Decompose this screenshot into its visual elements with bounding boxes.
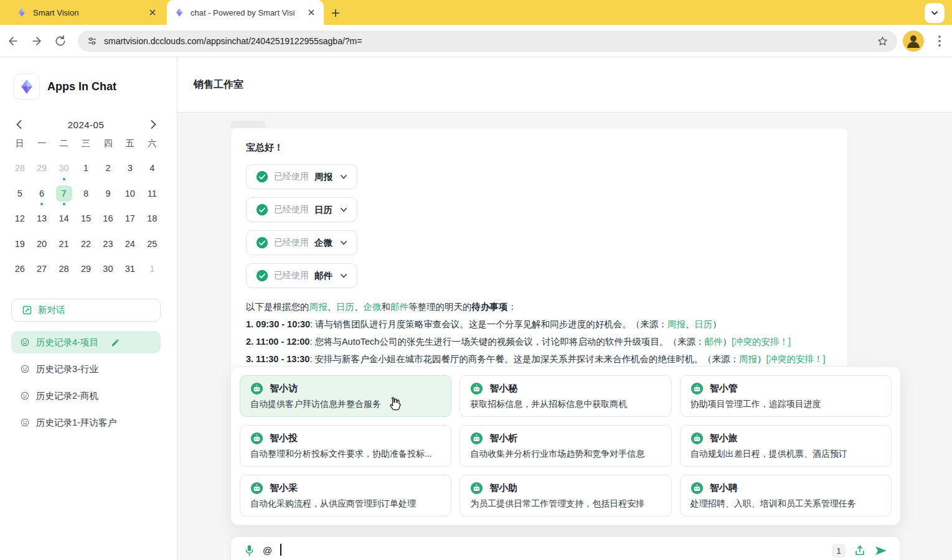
calendar-day[interactable]: 29	[31, 156, 52, 181]
back-button[interactable]	[2, 30, 24, 52]
calendar-day[interactable]: 26	[9, 256, 31, 282]
tab-search-button[interactable]	[925, 3, 945, 23]
chevron-down-icon[interactable]	[340, 206, 347, 213]
calendar-day[interactable]: 1	[141, 256, 163, 282]
new-chat-button[interactable]: 新对话	[11, 299, 161, 322]
tab-smart-vision[interactable]: Smart Vision	[9, 0, 165, 25]
workspace-header: 销售工作室	[177, 57, 952, 113]
agent-card[interactable]: 智小访 自动提供客户拜访信息并整合服务	[240, 375, 451, 417]
calendar-day[interactable]: 4	[141, 156, 163, 181]
agent-card[interactable]: 智小采 自动化采购流程，从供应商管理到订单处理	[240, 475, 451, 516]
history-item[interactable]: 历史记录3-行业	[11, 358, 161, 380]
calendar-day[interactable]: 21	[53, 231, 75, 257]
calendar-day[interactable]: 28	[53, 256, 75, 282]
calendar-day[interactable]: 3	[119, 156, 141, 181]
calendar-day[interactable]: 18	[141, 206, 163, 231]
source-link-wecom[interactable]: 企微	[364, 302, 382, 312]
calendar-day[interactable]: 17	[119, 206, 141, 231]
tab-chat-active[interactable]: chat - Powered by Smart Visi	[167, 0, 324, 25]
calendar-day[interactable]: 15	[75, 206, 97, 231]
conflict-warning-link[interactable]: [冲突的安排！]	[766, 354, 825, 364]
browser-menu-icon[interactable]	[932, 34, 947, 49]
agent-card[interactable]: 智小旅 自动规划出差日程，提供机票、酒店预订	[680, 425, 892, 467]
agent-card[interactable]: 智小析 自动收集并分析行业市场趋势和竞争对手信息	[460, 425, 671, 467]
calendar-day[interactable]: 24	[119, 231, 141, 257]
source-link-calendar[interactable]: 日历	[336, 302, 354, 312]
history-item[interactable]: 历史记录1-拜访客户	[11, 411, 161, 434]
source-link-mail[interactable]: 邮件	[390, 302, 408, 312]
calendar-next-icon[interactable]	[146, 117, 161, 132]
conflict-warning-link[interactable]: [冲突的安排！]	[732, 337, 791, 347]
calendar-day[interactable]: 30	[53, 156, 75, 181]
calendar-day[interactable]: 27	[31, 256, 52, 282]
calendar-day[interactable]: 12	[9, 206, 31, 231]
tab-close-icon[interactable]	[306, 7, 316, 17]
robot-icon	[250, 382, 263, 395]
calendar-day[interactable]: 11	[141, 181, 163, 207]
calendar-prev-icon[interactable]	[11, 117, 26, 132]
agent-card[interactable]: 智小管 协助项目管理工作，追踪项目进度	[680, 375, 892, 417]
chat-bubble-icon	[20, 418, 30, 427]
calendar-day[interactable]: 16	[97, 206, 119, 231]
url-text[interactable]: smartvision.dcclouds.com/appsinchat/2404…	[104, 36, 877, 46]
site-settings-icon[interactable]	[87, 35, 98, 47]
calendar-day[interactable]: 29	[75, 256, 97, 282]
calendar-day[interactable]: 1	[75, 156, 97, 181]
used-tool-button-weekly[interactable]: 已经使用 周报	[246, 164, 357, 189]
source-link[interactable]: 日历	[694, 319, 712, 329]
calendar-day[interactable]: 9	[97, 181, 119, 207]
message-composer[interactable]: @ 1	[230, 536, 901, 560]
agent-card[interactable]: 智小秘 获取招标信息，并从招标信息中获取商机	[460, 375, 671, 417]
calendar-day[interactable]: 10	[119, 181, 141, 207]
source-link[interactable]: 邮件	[704, 337, 722, 347]
intro-text: 等整理的明天的	[408, 302, 472, 312]
calendar-day[interactable]: 31	[119, 256, 141, 282]
calendar-day[interactable]: 22	[75, 231, 97, 257]
chevron-down-icon[interactable]	[340, 272, 347, 279]
agent-card-header: 智小管	[690, 382, 881, 395]
agent-card[interactable]: 智小投 自动整理和分析投标文件要求，协助准备投标...	[240, 425, 451, 467]
source-link-weekly[interactable]: 周报	[309, 302, 328, 312]
used-tool-button-calendar[interactable]: 已经使用 日历	[246, 197, 357, 222]
chevron-down-icon[interactable]	[340, 173, 347, 180]
calendar-day[interactable]: 5	[9, 181, 31, 207]
agent-card[interactable]: 智小助 为员工提供日常工作管理支持，包括日程安排	[460, 475, 671, 516]
used-tool-button-wecom[interactable]: 已经使用 企微	[246, 230, 357, 255]
microphone-icon[interactable]	[243, 544, 255, 558]
send-icon[interactable]	[874, 544, 888, 558]
upload-icon[interactable]	[854, 544, 866, 557]
calendar-day[interactable]: 13	[31, 206, 52, 231]
bookmark-star-icon[interactable]	[877, 35, 888, 47]
agent-card-header: 智小访	[250, 382, 441, 395]
chevron-down-icon[interactable]	[340, 239, 347, 246]
calendar-day[interactable]: 19	[9, 231, 31, 257]
reload-button[interactable]	[50, 30, 71, 52]
calendar-day[interactable]: 23	[97, 231, 119, 257]
url-bar[interactable]: smartvision.dcclouds.com/appsinchat/2404…	[78, 30, 897, 52]
calendar-day[interactable]: 30	[97, 256, 119, 282]
forward-button[interactable]	[26, 30, 47, 52]
edit-pencil-icon[interactable]	[111, 338, 120, 347]
calendar-day[interactable]: 2	[97, 156, 119, 181]
calendar-day[interactable]: 8	[75, 181, 97, 207]
agent-name: 智小析	[489, 432, 517, 444]
calendar-day[interactable]: 14	[53, 206, 75, 231]
intro-text: 、	[354, 302, 364, 312]
history-item[interactable]: 历史记录2-商机	[11, 385, 161, 407]
calendar-day[interactable]: 6	[31, 181, 52, 207]
calendar-day[interactable]: 25	[141, 231, 163, 257]
check-circle-icon	[256, 170, 268, 183]
calendar-day[interactable]: 28	[9, 156, 31, 181]
composer-input[interactable]: @	[263, 544, 272, 558]
history-item[interactable]: 历史记录4-项目	[11, 331, 161, 353]
agent-description: 自动整理和分析投标文件要求，协助准备投标...	[250, 449, 441, 460]
calendar-day[interactable]: 7	[53, 181, 75, 207]
used-tool-button-mail[interactable]: 已经使用 邮件	[246, 263, 357, 288]
profile-avatar[interactable]	[902, 30, 925, 52]
source-link[interactable]: 周报	[739, 354, 757, 364]
source-link[interactable]: 周报	[667, 319, 686, 329]
agent-card[interactable]: 智小聘 处理招聘、入职、培训和员工关系管理任务	[680, 475, 892, 516]
calendar-day[interactable]: 20	[31, 231, 52, 257]
new-tab-button[interactable]	[329, 6, 342, 20]
tab-close-icon[interactable]	[148, 7, 158, 17]
